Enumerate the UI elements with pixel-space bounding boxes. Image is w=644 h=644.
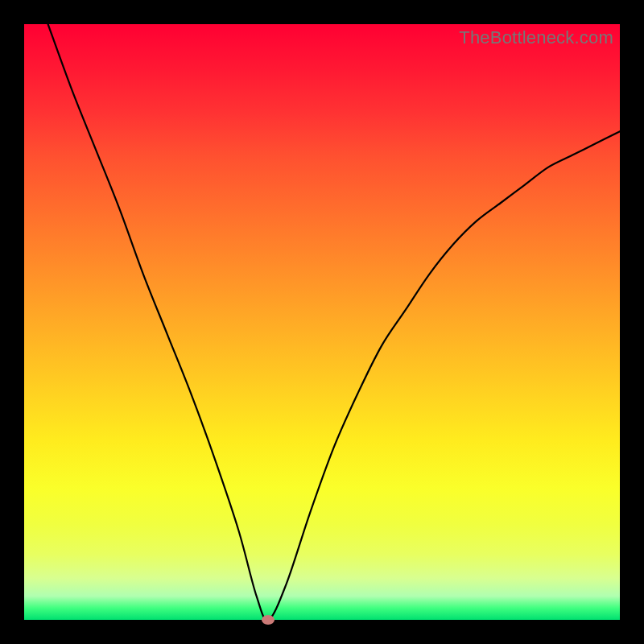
optimum-marker <box>262 615 275 625</box>
chart-frame: TheBottleneck.com <box>0 0 644 644</box>
curve-layer <box>24 24 620 620</box>
plot-area: TheBottleneck.com <box>24 24 620 620</box>
bottleneck-curve-path <box>48 24 620 620</box>
